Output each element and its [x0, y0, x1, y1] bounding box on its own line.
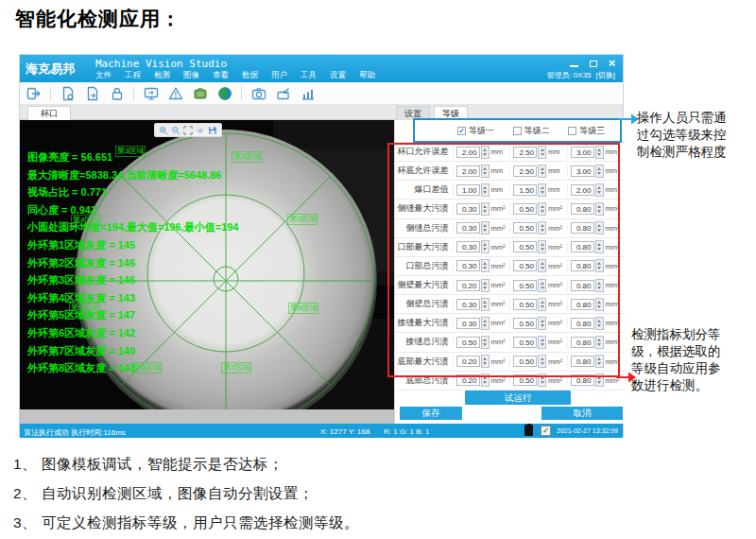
file-config-icon[interactable] [58, 85, 77, 102]
window-controls: × [568, 57, 618, 69]
sphere-logo-icon[interactable] [215, 85, 234, 102]
save-icon[interactable] [208, 125, 218, 135]
camera-case-icon[interactable] [190, 85, 210, 102]
main-toolbar [20, 82, 623, 105]
menu-item[interactable]: 数据 [242, 70, 258, 81]
menu-item[interactable]: 图像 [183, 70, 199, 81]
status-timestamp: 2021-02-27 13:32:09 [557, 427, 618, 434]
region-label: 第2区域 [232, 151, 262, 163]
measurement-text: 外环第4区域灰度 = 143 [27, 289, 238, 307]
toolbar-separator [50, 86, 51, 101]
measurement-text: 外环第2区域灰度 = 146 [27, 254, 238, 272]
pixel-rgb: R: 1 G: 1 B: 1 [384, 427, 429, 436]
menu-item[interactable]: 工程 [125, 70, 141, 81]
measurement-text: 外环第3区域灰度 = 146 [27, 271, 238, 289]
menu-item[interactable]: 文件 [95, 70, 112, 81]
measurement-text: 外环第7区域灰度 = 140 [27, 342, 238, 360]
monitor-icon[interactable] [141, 85, 161, 102]
import-icon[interactable] [273, 85, 293, 102]
highlight-box-levels [413, 118, 622, 143]
minimize-button[interactable] [568, 57, 580, 69]
window-title: Machine Vision Studio [95, 58, 227, 70]
annotation-table: 检测指标划分等级，根据选取的等级自动应用参数进行检测。 [631, 326, 728, 394]
device-icon [524, 425, 533, 436]
menu-item[interactable]: 设置 [330, 70, 346, 81]
toolbar-separator [241, 86, 242, 101]
region-label: 第4区域 [71, 215, 101, 226]
measurement-text: 外环第6区域灰度 = 142 [27, 324, 238, 342]
status-message: 算法执行成功 执行时间:116ms [24, 427, 126, 438]
region-label: 第7区域 [221, 362, 251, 374]
page: 智能化检测应用： 海克易邦 Machine Vision Studio × 文件… [0, 0, 756, 539]
measurement-text: 视场占比 = 0.771 [27, 183, 238, 201]
note-item: 2、 自动识别检测区域，图像自动分割设置； [13, 484, 359, 504]
user-label: 管理员: 0X35 [546, 70, 591, 80]
cancel-button[interactable]: 取消 [541, 407, 623, 420]
try-run-button[interactable]: 试运行 [465, 391, 571, 405]
user-info: 管理员: 0X35 [切换] [546, 70, 615, 80]
menu-item[interactable]: 查看 [213, 70, 229, 81]
cursor-coords: X: 1277 Y: 168 [320, 427, 369, 436]
image-mini-toolbar [154, 123, 222, 137]
exit-icon[interactable] [24, 85, 43, 102]
region-label: 第3区域 [115, 146, 146, 157]
note-item: 3、 可定义检测指标等级，用户只需选择检测等级。 [13, 513, 359, 533]
measurement-text: 最大清晰度=5838.34,当前清晰度=5648.86 [27, 166, 238, 184]
menu-item[interactable]: 检测 [154, 70, 170, 81]
zoom-out-icon[interactable] [170, 125, 180, 135]
menu-item[interactable]: 用户 [271, 70, 287, 81]
unit-label: mm² [491, 376, 506, 385]
measurement-text: 同心度 = 0.943 [27, 201, 238, 219]
check-icon: ✓ [541, 426, 551, 436]
file-export-icon[interactable] [82, 85, 102, 102]
measurement-overlay: 图像亮度 = 56.651最大清晰度=5838.34,当前清晰度=5648.86… [27, 148, 238, 377]
note-item: 1、 图像模板调试，智能提示是否达标； [13, 455, 359, 475]
region-label: 第8区域 [288, 303, 318, 314]
region-label: 第6区域 [131, 362, 162, 374]
measurement-text: 外环第5区域灰度 = 147 [27, 306, 238, 324]
annotation-levels: 操作人员只需通过勾选等级来控制检测严格程度 [637, 110, 731, 161]
warning-icon[interactable] [165, 85, 185, 102]
menu-item[interactable]: 帮助 [359, 70, 375, 81]
page-title: 智能化检测应用： [15, 6, 181, 32]
status-bar: 算法执行成功 执行时间:116ms X: 1277 Y: 168 R: 1 G:… [20, 424, 623, 438]
close-icon: × [609, 57, 616, 69]
measurement-text: 外环第1区域灰度 = 145 [27, 236, 238, 254]
region-label: 第1区域 [287, 214, 318, 225]
chart-icon[interactable] [298, 85, 318, 102]
close-button[interactable]: × [606, 57, 618, 69]
region-label: 第5区域 [69, 303, 99, 314]
app-logo: 海克易邦 [26, 61, 75, 78]
switch-user-link[interactable]: [切换] [596, 70, 615, 80]
save-button[interactable]: 保存 [400, 407, 462, 420]
camera-image-view[interactable]: 图像亮度 = 56.651最大清晰度=5838.34,当前清晰度=5648.86… [20, 120, 394, 409]
zoom-in-icon[interactable] [158, 125, 168, 135]
camera-icon[interactable] [249, 85, 268, 102]
fit-screen-icon[interactable] [182, 125, 193, 135]
unit-label: mm² [548, 376, 562, 385]
menu-bar: 文件工程检测图像查看数据用户工具设置帮助 [95, 70, 375, 81]
toolbar-separator [133, 86, 134, 101]
notes-list: 1、 图像模板调试，智能提示是否达标；2、 自动识别检测区域，图像自动分割设置；… [13, 455, 359, 533]
measurement-text: 小圆处圆环均值=194,最大值=196,最小值=194 [27, 218, 238, 236]
star-icon[interactable] [196, 125, 206, 135]
restore-button[interactable] [587, 57, 599, 69]
titlebar[interactable]: 海克易邦 Machine Vision Studio × 文件工程检测图像查看数… [20, 55, 623, 82]
highlight-box-table [387, 143, 620, 377]
panel-gutter [20, 409, 394, 424]
image-tab-cup[interactable]: 杯口 [27, 106, 71, 120]
menu-item[interactable]: 工具 [301, 70, 317, 81]
lock-icon[interactable] [107, 85, 127, 102]
